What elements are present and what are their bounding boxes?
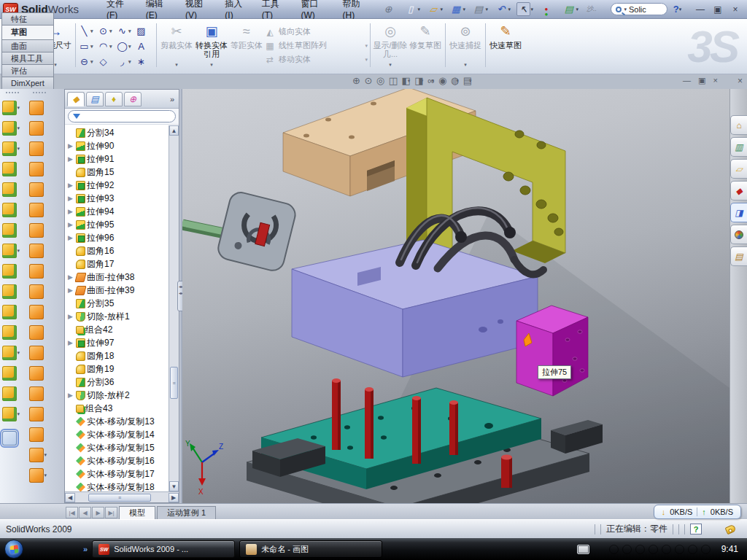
first-tab-button[interactable]: |◀ [66, 507, 78, 518]
text-icon[interactable]: A▾ [135, 39, 154, 54]
spline-icon[interactable] [29, 468, 44, 483]
last-tab-button[interactable]: ▶| [105, 507, 117, 518]
lofted-surface-icon[interactable] [29, 162, 44, 176]
toolbar-drag-handle[interactable] [6, 92, 19, 96]
propertymanager-tab[interactable]: ▤ [86, 92, 104, 106]
part-side-block[interactable] [516, 306, 588, 396]
expand-arrow-icon[interactable]: ▶ [68, 287, 74, 294]
combine-bodies-icon[interactable] [2, 305, 17, 319]
open-icon[interactable]: ▱ [426, 2, 440, 16]
tree-item[interactable]: ▶ 实体-移动/复制16 [66, 454, 179, 467]
shell-icon[interactable] [2, 182, 17, 197]
polygon-icon[interactable]: ◇▾ [97, 54, 116, 69]
tree-item[interactable]: ▶ 拉伸94 [66, 205, 179, 218]
save-icon[interactable]: ▦ [449, 2, 462, 16]
volume-icon[interactable] [649, 545, 658, 554]
tree-item[interactable]: ▶ 圆角16 [66, 244, 179, 257]
scroll-left-icon[interactable]: ◀ [65, 493, 75, 502]
dropdown-caret-icon[interactable]: ▾ [18, 146, 23, 152]
media-icon[interactable] [47, 543, 59, 555]
command-tab[interactable]: 草图 [1, 25, 54, 39]
tree-item[interactable]: ▶ 圆角15 [66, 166, 179, 179]
appearances-scenes-tab[interactable] [730, 225, 747, 244]
expand-arrow-icon[interactable]: ▶ [68, 221, 74, 228]
dropdown-caret-icon[interactable]: ▾ [576, 7, 581, 12]
language-keyboard-icon[interactable] [577, 545, 589, 554]
tree-item[interactable]: ▶ 分割34 [66, 126, 179, 139]
dropdown-caret-icon[interactable]: ▾ [440, 7, 446, 12]
tree-item[interactable]: ▶ 圆角17 [66, 257, 179, 271]
tree-item[interactable]: ▶ 组合43 [66, 402, 179, 415]
tree-item[interactable]: ▶ 分割35 [66, 297, 179, 310]
trim-entities-button[interactable]: ✂ 剪裁实体 ▾ [159, 21, 194, 69]
pin-icon[interactable]: ⊕ [381, 2, 395, 16]
help-button[interactable]: ? [673, 4, 679, 15]
print-icon[interactable]: ▤ [471, 2, 485, 16]
delete-face-icon[interactable] [29, 305, 44, 319]
surface-fillet-icon[interactable] [29, 284, 44, 299]
solidworks-resources-tab[interactable]: ⌂ [730, 115, 747, 135]
dropdown-caret-icon[interactable]: ▾ [18, 105, 23, 111]
composite-curve-icon[interactable] [2, 366, 17, 381]
tree-item[interactable]: ▶ 拉伸91 [66, 152, 179, 166]
tree-item[interactable]: ▶ 实体-移动/复制14 [66, 428, 179, 441]
tag-icon[interactable] [725, 524, 737, 534]
new-document-icon[interactable]: ▯ [403, 2, 417, 16]
zoom-fit-icon[interactable]: ⊕ [352, 75, 360, 86]
expand-arrow-icon[interactable]: ▶ [68, 392, 74, 399]
rapid-sketch-button[interactable]: ✎ 快速草图 ▾ [488, 21, 523, 69]
expand-arrow-icon[interactable]: ▶ [68, 142, 74, 149]
zoom-area-icon[interactable]: ⊙ [364, 75, 372, 86]
sketch-fillet-icon[interactable]: ◞▾ [116, 54, 135, 69]
doc-restore-button[interactable]: ▣ [698, 76, 705, 85]
close-button[interactable]: × [729, 4, 741, 15]
tree-item[interactable]: ▶ 分割36 [66, 376, 179, 389]
tree-item[interactable]: ▶ 曲面-拉伸39 [66, 284, 179, 297]
scroll-down-icon[interactable]: ▼ [169, 481, 179, 491]
untrim-surface-icon[interactable] [29, 386, 44, 401]
thicken-icon[interactable] [29, 264, 44, 279]
display-delete-relations-button[interactable]: ◎ 显示/删除几... ▾ [373, 21, 408, 69]
task-pane-close-icon[interactable]: × [738, 76, 743, 86]
quick-snaps-button[interactable]: ⊚ 快速捕捉 ▾ [448, 21, 483, 69]
split-icon[interactable] [2, 284, 17, 299]
manager-overflow-chevron[interactable]: » [170, 95, 177, 104]
command-tab[interactable]: 评估 [1, 64, 54, 77]
tree-item[interactable]: ▶ 拉伸95 [66, 218, 179, 231]
extruded-boss-base-icon[interactable] [2, 101, 17, 115]
file-explorer-tab[interactable]: ▱ [730, 159, 747, 179]
tree-item[interactable]: ▶ 实体-移动/复制18 [66, 481, 179, 491]
curve-icon[interactable] [29, 448, 44, 462]
undo-icon[interactable]: ↶ [494, 2, 508, 16]
featuremanager-tab[interactable]: ◆ [67, 92, 85, 106]
dropdown-caret-icon[interactable]: ▾ [18, 350, 23, 356]
traffic-light-icon[interactable]: ● [539, 2, 553, 16]
planar-surface-icon[interactable] [29, 223, 44, 238]
health-shield-icon[interactable] [688, 545, 697, 554]
dropdown-caret-icon[interactable]: ▾ [18, 411, 23, 417]
tree-item[interactable]: ▶ 实体-移动/复制13 [66, 415, 179, 428]
network-warning-icon[interactable] [675, 545, 684, 554]
ellipse-icon[interactable]: ◯▾ [116, 39, 135, 54]
tree-item[interactable]: ▶ 组合42 [66, 323, 179, 336]
curve-through-points-icon[interactable] [2, 386, 17, 401]
command-tab[interactable]: DimXpert [1, 77, 54, 89]
extruded-surface-icon[interactable] [29, 101, 44, 115]
dropdown-caret-icon[interactable]: ▾ [417, 7, 423, 12]
dropdown-caret-icon[interactable]: ▾ [18, 248, 23, 254]
rib-icon[interactable] [2, 264, 17, 279]
sync-icon[interactable] [662, 545, 671, 554]
update-icon[interactable] [635, 545, 645, 554]
scroll-up-icon[interactable]: ▲ [169, 125, 179, 136]
model-tab[interactable]: 运动算例 1 [157, 506, 216, 519]
dropdown-caret-icon[interactable]: ▾ [485, 7, 491, 12]
repair-sketch-button[interactable]: ✎ 修复草图 ▾ [408, 21, 443, 69]
next-tab-button[interactable]: ▶ [92, 507, 104, 518]
knit-surface-icon[interactable] [29, 407, 44, 421]
search-input[interactable]: Solic [629, 5, 646, 14]
search-scope-caret-icon[interactable]: ▾ [624, 7, 627, 12]
view-palette-tab[interactable]: ◨ [730, 203, 747, 222]
boundary-surface-icon[interactable] [29, 182, 44, 197]
custom-properties-tab[interactable]: ▤ [730, 246, 747, 266]
expand-arrow-icon[interactable]: ▶ [68, 208, 74, 215]
